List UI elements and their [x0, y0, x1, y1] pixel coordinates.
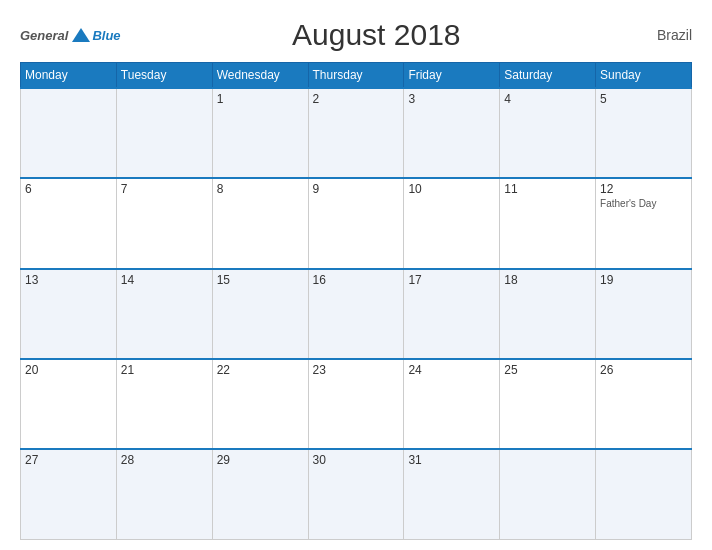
day-number: 6: [25, 182, 112, 196]
logo-blue: Blue: [92, 28, 120, 43]
day-number: 20: [25, 363, 112, 377]
day-number: 30: [313, 453, 400, 467]
calendar-cell: 1: [212, 88, 308, 178]
calendar-cell: 28: [116, 449, 212, 539]
calendar-cell: 3: [404, 88, 500, 178]
day-event: Father's Day: [600, 198, 687, 209]
calendar-cell: 18: [500, 269, 596, 359]
calendar-cell: 14: [116, 269, 212, 359]
calendar-cell: 26: [596, 359, 692, 449]
calendar-cell: 30: [308, 449, 404, 539]
calendar-cell: [116, 88, 212, 178]
calendar-week-row: 20212223242526: [21, 359, 692, 449]
calendar-cell: 29: [212, 449, 308, 539]
calendar-cell: 9: [308, 178, 404, 268]
day-number: 1: [217, 92, 304, 106]
calendar-week-row: 12345: [21, 88, 692, 178]
calendar-cell: 25: [500, 359, 596, 449]
weekday-header-wednesday: Wednesday: [212, 63, 308, 89]
day-number: 29: [217, 453, 304, 467]
logo: General Blue: [20, 28, 121, 43]
day-number: 13: [25, 273, 112, 287]
svg-marker-0: [72, 28, 90, 42]
day-number: 23: [313, 363, 400, 377]
weekday-header-monday: Monday: [21, 63, 117, 89]
calendar-cell: 17: [404, 269, 500, 359]
day-number: 14: [121, 273, 208, 287]
day-number: 10: [408, 182, 495, 196]
calendar-cell: 12Father's Day: [596, 178, 692, 268]
day-number: 2: [313, 92, 400, 106]
day-number: 5: [600, 92, 687, 106]
day-number: 17: [408, 273, 495, 287]
calendar-cell: 20: [21, 359, 117, 449]
day-number: 15: [217, 273, 304, 287]
weekday-header-saturday: Saturday: [500, 63, 596, 89]
calendar-cell: 11: [500, 178, 596, 268]
calendar-week-row: 13141516171819: [21, 269, 692, 359]
day-number: 22: [217, 363, 304, 377]
header: General Blue August 2018 Brazil: [20, 18, 692, 52]
calendar-cell: 27: [21, 449, 117, 539]
day-number: 11: [504, 182, 591, 196]
calendar-cell: 13: [21, 269, 117, 359]
calendar-cell: 6: [21, 178, 117, 268]
calendar-table: MondayTuesdayWednesdayThursdayFridaySatu…: [20, 62, 692, 540]
country-label: Brazil: [632, 27, 692, 43]
calendar-cell: 24: [404, 359, 500, 449]
calendar-page: General Blue August 2018 Brazil MondayTu…: [0, 0, 712, 550]
calendar-cell: 19: [596, 269, 692, 359]
weekday-header-thursday: Thursday: [308, 63, 404, 89]
day-number: 12: [600, 182, 687, 196]
calendar-cell: 2: [308, 88, 404, 178]
day-number: 21: [121, 363, 208, 377]
day-number: 4: [504, 92, 591, 106]
day-number: 8: [217, 182, 304, 196]
day-number: 28: [121, 453, 208, 467]
calendar-cell: 21: [116, 359, 212, 449]
calendar-cell: 23: [308, 359, 404, 449]
day-number: 31: [408, 453, 495, 467]
day-number: 26: [600, 363, 687, 377]
day-number: 9: [313, 182, 400, 196]
calendar-cell: 22: [212, 359, 308, 449]
calendar-cell: [500, 449, 596, 539]
calendar-cell: 10: [404, 178, 500, 268]
day-number: 7: [121, 182, 208, 196]
weekday-header-friday: Friday: [404, 63, 500, 89]
day-number: 3: [408, 92, 495, 106]
calendar-week-row: 2728293031: [21, 449, 692, 539]
calendar-title: August 2018: [121, 18, 632, 52]
calendar-cell: 16: [308, 269, 404, 359]
calendar-cell: [596, 449, 692, 539]
calendar-header: MondayTuesdayWednesdayThursdayFridaySatu…: [21, 63, 692, 89]
calendar-cell: 4: [500, 88, 596, 178]
calendar-cell: 31: [404, 449, 500, 539]
calendar-week-row: 6789101112Father's Day: [21, 178, 692, 268]
day-number: 24: [408, 363, 495, 377]
calendar-cell: [21, 88, 117, 178]
weekday-header-row: MondayTuesdayWednesdayThursdayFridaySatu…: [21, 63, 692, 89]
calendar-cell: 5: [596, 88, 692, 178]
calendar-cell: 8: [212, 178, 308, 268]
day-number: 27: [25, 453, 112, 467]
day-number: 25: [504, 363, 591, 377]
weekday-header-tuesday: Tuesday: [116, 63, 212, 89]
day-number: 18: [504, 273, 591, 287]
day-number: 16: [313, 273, 400, 287]
day-number: 19: [600, 273, 687, 287]
logo-flag-icon: [72, 28, 90, 42]
calendar-cell: 15: [212, 269, 308, 359]
weekday-header-sunday: Sunday: [596, 63, 692, 89]
logo-general: General: [20, 28, 68, 43]
calendar-body: 123456789101112Father's Day1314151617181…: [21, 88, 692, 540]
calendar-cell: 7: [116, 178, 212, 268]
